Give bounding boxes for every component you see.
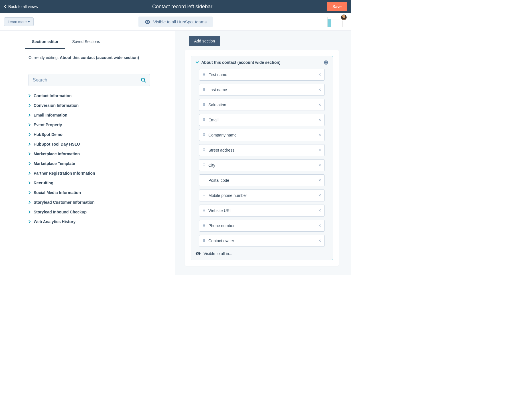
category-item[interactable]: Conversion Information <box>29 101 150 110</box>
remove-field-button[interactable]: × <box>318 132 321 138</box>
chevron-right-icon <box>29 210 31 214</box>
back-link-label: Back to all views <box>8 4 38 9</box>
category-item[interactable]: HubSpot Tool Day HSLU <box>29 139 150 149</box>
chevron-left-icon <box>4 5 7 9</box>
remove-field-button[interactable]: × <box>318 208 321 213</box>
drag-handle-icon[interactable]: ⠿ <box>203 74 206 75</box>
drag-handle-icon[interactable]: ⠿ <box>203 150 206 151</box>
field-item[interactable]: ⠿Salutation× <box>199 99 325 111</box>
drag-handle-icon[interactable]: ⠿ <box>203 89 206 90</box>
chevron-right-icon <box>29 94 31 97</box>
category-item[interactable]: Partner Registration Information <box>29 168 150 178</box>
drag-handle-icon[interactable]: ⠿ <box>203 104 206 105</box>
remove-field-button[interactable]: × <box>318 163 321 168</box>
field-label: Street address <box>208 148 318 152</box>
chevron-right-icon <box>29 133 31 136</box>
category-item[interactable]: Web Analytics History <box>29 217 150 227</box>
drag-handle-icon[interactable]: ⠿ <box>203 180 206 181</box>
currently-editing-name: About this contact (account wide section… <box>60 55 139 60</box>
category-label: Recruiting <box>34 181 53 185</box>
search-input[interactable] <box>29 74 150 86</box>
chevron-right-icon <box>29 123 31 127</box>
drag-handle-icon[interactable]: ⠿ <box>203 119 206 121</box>
category-item[interactable]: Storylead Customer Information <box>29 197 150 207</box>
remove-field-button[interactable]: × <box>318 72 321 77</box>
remove-field-button[interactable]: × <box>318 238 321 243</box>
field-label: Website URL <box>208 208 318 213</box>
field-item[interactable]: ⠿City× <box>199 159 325 171</box>
chevron-down-icon[interactable] <box>196 61 199 64</box>
eye-icon <box>145 20 150 24</box>
category-item[interactable]: Marketplace Template <box>29 159 150 168</box>
field-label: Salutation <box>208 103 318 107</box>
category-item[interactable]: Marketplace Information <box>29 149 150 159</box>
category-item[interactable]: Email Information <box>29 110 150 120</box>
svg-point-6 <box>198 253 199 254</box>
category-label: HubSpot Tool Day HSLU <box>34 142 80 146</box>
remove-field-button[interactable]: × <box>318 193 321 198</box>
field-label: Email <box>208 118 318 122</box>
learn-more-button[interactable]: Learn more <box>4 17 34 26</box>
field-label: First name <box>208 72 318 77</box>
chevron-right-icon <box>29 142 31 146</box>
tab-saved-sections[interactable]: Saved Sections <box>65 36 107 49</box>
learn-more-label: Learn more <box>8 20 27 24</box>
chevron-right-icon <box>29 201 31 204</box>
drag-handle-icon[interactable]: ⠿ <box>203 165 206 166</box>
remove-field-button[interactable]: × <box>318 148 321 153</box>
drag-handle-icon[interactable]: ⠿ <box>203 134 206 136</box>
category-item[interactable]: HubSpot Demo <box>29 130 150 139</box>
field-item[interactable]: ⠿Email× <box>199 114 325 126</box>
field-label: Last name <box>208 87 318 92</box>
remove-field-button[interactable]: × <box>318 178 321 183</box>
preview-card: About this contact (account wide section… <box>185 50 339 266</box>
chevron-right-icon <box>29 104 31 107</box>
field-label: Contact owner <box>208 238 318 243</box>
field-item[interactable]: ⠿Phone number× <box>199 220 325 232</box>
category-label: Event Property <box>34 123 62 127</box>
remove-field-button[interactable]: × <box>318 102 321 107</box>
category-item[interactable]: Social Media Information <box>29 188 150 197</box>
save-button[interactable]: Save <box>327 2 347 11</box>
drag-handle-icon[interactable]: ⠿ <box>203 195 206 196</box>
field-item[interactable]: ⠿Last name× <box>199 84 325 96</box>
back-to-all-views-link[interactable]: Back to all views <box>4 4 38 9</box>
drag-handle-icon[interactable]: ⠿ <box>203 225 206 226</box>
field-item[interactable]: ⠿First name× <box>199 69 325 81</box>
currently-editing-label: Currently editing: About this contact (a… <box>29 55 150 67</box>
caret-down-icon <box>28 21 30 23</box>
category-item[interactable]: Recruiting <box>29 178 150 188</box>
add-section-button[interactable]: Add section <box>189 36 220 46</box>
category-item[interactable]: Event Property <box>29 120 150 130</box>
field-label: City <box>208 163 318 168</box>
category-label: Contact Information <box>34 93 72 98</box>
field-item[interactable]: ⠿Company name× <box>199 129 325 141</box>
drag-handle-icon[interactable]: ⠿ <box>203 240 206 241</box>
category-item[interactable]: Contact Information <box>29 91 150 101</box>
drag-handle-icon[interactable]: ⠿ <box>203 210 206 211</box>
remove-field-button[interactable]: × <box>318 87 321 92</box>
remove-field-button[interactable]: × <box>318 117 321 123</box>
chevron-right-icon <box>29 152 31 156</box>
field-item[interactable]: ⠿Website URL× <box>199 205 325 217</box>
category-label: Social Media Information <box>34 190 81 195</box>
svg-point-1 <box>141 78 145 81</box>
field-label: Postal code <box>208 178 318 183</box>
field-label: Mobile phone number <box>208 193 318 198</box>
category-item[interactable]: Storylead Inbound Checkup <box>29 207 150 217</box>
section-box[interactable]: About this contact (account wide section… <box>191 56 333 260</box>
eye-icon <box>196 252 201 255</box>
tab-section-editor[interactable]: Section editor <box>25 36 65 49</box>
chevron-right-icon <box>29 172 31 175</box>
field-item[interactable]: ⠿Mobile phone number× <box>199 189 325 201</box>
field-item[interactable]: ⠿Contact owner× <box>199 235 325 247</box>
category-label: Marketplace Information <box>34 152 80 156</box>
chevron-right-icon <box>29 113 31 117</box>
field-item[interactable]: ⠿Postal code× <box>199 174 325 186</box>
field-label: Phone number <box>208 223 318 228</box>
chevron-right-icon <box>29 220 31 223</box>
globe-icon <box>324 60 328 65</box>
field-item[interactable]: ⠿Street address× <box>199 144 325 156</box>
remove-field-button[interactable]: × <box>318 223 321 228</box>
layout-preview <box>327 17 347 27</box>
